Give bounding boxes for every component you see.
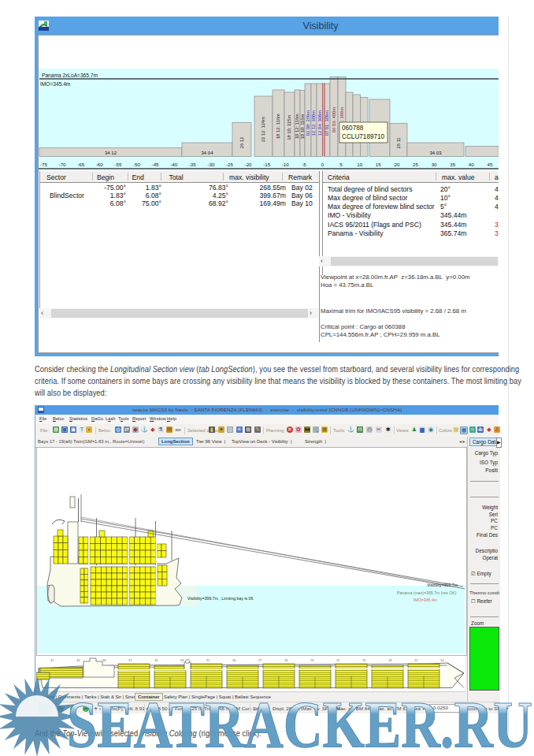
svg-text:-10: -10 — [282, 162, 290, 167]
svg-text:43: 43 — [76, 658, 80, 662]
svg-text:37: 37 — [128, 658, 132, 662]
svg-text:18: 18 — [388, 658, 392, 662]
svg-text:19: 19 — [362, 658, 366, 662]
svg-text:34 04: 34 04 — [201, 151, 213, 155]
svg-text:25: 25 — [413, 162, 418, 167]
svg-text:30: 30 — [432, 162, 437, 167]
svg-text:-15: -15 — [263, 162, 271, 167]
svg-text:34 03: 34 03 — [429, 151, 442, 155]
svg-text:Visibility=399.7m: Visibility=399.7m — [427, 583, 458, 587]
svg-text:30: 30 — [232, 658, 236, 662]
svg-text:15: 15 — [376, 162, 381, 167]
svg-text:07 01: 309m: 07 01: 309m — [325, 110, 330, 136]
svg-text:45: 45 — [487, 162, 492, 167]
svg-text:-65: -65 — [77, 162, 85, 167]
svg-text:38: 38 — [102, 658, 106, 662]
svg-text:14: 14 — [440, 658, 444, 662]
svg-text:-30: -30 — [207, 162, 215, 167]
svg-text:CCLU7189710: CCLU7189710 — [342, 133, 385, 140]
svg-text:0: 0 — [321, 162, 324, 167]
svg-text:Panama 2xLoA=365.7m: Panama 2xLoA=365.7m — [42, 73, 98, 78]
svg-text:23: 23 — [310, 658, 314, 662]
svg-text:18 12: 116m: 18 12: 116m — [276, 114, 281, 139]
svg-text:31: 31 — [206, 658, 210, 662]
svg-text:-35: -35 — [189, 162, 197, 167]
svg-text:33: 33 — [180, 658, 184, 662]
svg-text:IMO=345.4m: IMO=345.4m — [413, 598, 437, 602]
svg-text:10 12: 116m: 10 12: 116m — [295, 114, 300, 139]
svg-text:34 12: 34 12 — [105, 151, 117, 155]
svg-text:-60: -60 — [96, 162, 104, 167]
svg-text:40: 40 — [469, 162, 474, 167]
svg-text:26 11: 26 11 — [396, 137, 401, 148]
svg-text:12 04: 308m: 12 04: 308m — [317, 110, 322, 136]
svg-text:-45: -45 — [152, 162, 160, 167]
svg-text:IMO=345.4m: IMO=345.4m — [40, 81, 71, 87]
svg-text:26 12: 26 12 — [239, 137, 244, 149]
svg-text:35: 35 — [450, 162, 455, 167]
svg-text:02 08: 269m: 02 08: 269m — [306, 110, 310, 136]
svg-text:Visibility=399.7m , Limiting b: Visibility=399.7m , Limiting bay is 06 — [187, 596, 253, 601]
svg-text:18 10: 115m: 18 10: 115m — [287, 115, 292, 140]
svg-text:-70: -70 — [59, 162, 67, 167]
svg-text:34: 34 — [154, 658, 158, 662]
svg-text:06 03: 400m: 06 03: 400m — [332, 107, 336, 132]
svg-text:26: 26 — [284, 658, 288, 662]
svg-text:22: 22 — [336, 658, 340, 662]
svg-text:060788: 060788 — [342, 125, 364, 132]
svg-text:-55: -55 — [114, 162, 122, 167]
svg-text:10 10: 116m: 10 10: 116m — [300, 114, 305, 139]
svg-text:-5: -5 — [302, 162, 306, 167]
svg-text:12 12: 308m: 12 12: 308m — [312, 110, 317, 136]
svg-text:27: 27 — [258, 658, 262, 662]
svg-text:5: 5 — [339, 162, 343, 167]
svg-text:20: 20 — [394, 162, 399, 167]
svg-text:-20: -20 — [245, 162, 253, 167]
svg-text:-75: -75 — [40, 162, 48, 167]
svg-text:-40: -40 — [170, 162, 178, 167]
svg-text:-25: -25 — [226, 162, 234, 167]
svg-text:-50: -50 — [133, 162, 141, 167]
svg-text:22 12: 124m: 22 12: 124m — [261, 117, 266, 142]
svg-text:15: 15 — [414, 658, 418, 662]
svg-text:10: 10 — [357, 162, 362, 167]
svg-text:Panama (max)=365.7m (res OK): Panama (max)=365.7m (res OK) — [397, 590, 457, 595]
svg-text:47: 47 — [50, 658, 54, 662]
